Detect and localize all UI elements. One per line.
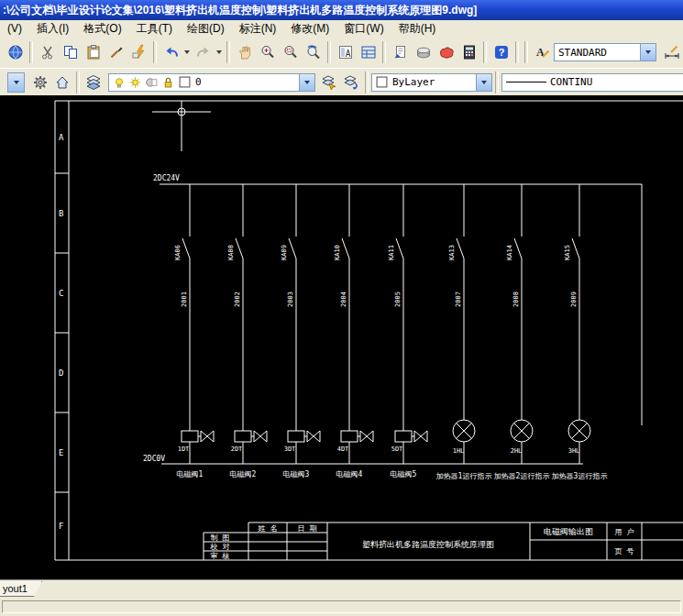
sheetset-icon[interactable] [412,41,435,64]
menu-item-insert[interactable]: 插入(I) [29,20,76,38]
branch-caption: 加热器3运行指示 [552,472,608,480]
block-editor-icon[interactable] [127,41,150,64]
menu-item-draw[interactable]: 绘图(D) [180,20,232,38]
device-label: 2HL [511,447,523,455]
wire-number: 2007 [455,292,462,307]
chevron-down-icon[interactable] [299,74,314,91]
menu-item-tools[interactable]: 工具(T) [129,20,180,38]
pan-icon[interactable] [233,41,256,64]
match-properties-icon[interactable] [105,41,127,64]
paste-icon[interactable] [82,41,105,64]
contact-label: KA09 [281,245,288,260]
valve-symbol [414,431,427,442]
toolbar-separator [524,41,528,63]
titleblock-page-label: 页 号 [615,547,634,556]
chevron-down-icon[interactable] [640,44,655,60]
sun-icon[interactable] [128,75,142,90]
zoom-previous-icon[interactable] [302,41,325,64]
undo-button[interactable] [160,41,182,64]
gear-icon[interactable] [29,72,51,93]
valve-symbol [254,431,267,442]
layout-tab[interactable]: yout1 [0,581,42,597]
toolbar-separator [153,41,157,63]
device-label: 1DT [178,446,190,453]
undo-dropdown-arrow[interactable] [184,50,190,54]
solenoid-coil [235,431,251,442]
menu-item-modify[interactable]: 修改(M) [283,20,336,38]
menu-item-window[interactable]: 窗口(W) [336,20,391,38]
zone-letter: A [59,133,64,142]
menu-item-view-partial[interactable]: (V) [0,21,29,36]
markup-icon[interactable] [435,41,457,64]
contact-blade [182,238,190,258]
wire-number: 2005 [394,292,402,307]
bulb-icon[interactable] [113,75,126,90]
quickcalc-icon[interactable] [457,41,480,64]
drawing-canvas[interactable]: ABCDEF2DC24V2DC0VKA0620011DT电磁阀1KA082002… [0,95,683,579]
toolbar-separator [495,72,499,94]
menu-item-dimension[interactable]: 标注(N) [232,20,284,38]
command-bar[interactable] [0,598,683,616]
text-style-combo[interactable]: STANDARD [554,43,656,61]
redo-button[interactable] [192,41,215,64]
make-object-layer-current-icon[interactable] [318,72,340,93]
house-icon[interactable] [51,72,73,93]
lock-icon[interactable] [161,75,175,90]
sphere-icon[interactable] [4,41,27,64]
linetype-combo[interactable]: CONTINU [501,73,683,92]
wire-number: 2003 [287,292,294,307]
cut-icon[interactable] [36,41,59,64]
layers-icon[interactable] [83,72,105,93]
color-combo[interactable]: ByLayer [371,73,492,92]
zone-letter: B [59,209,63,218]
titleblock-row-label: 审 核 [211,552,230,560]
contact-label: KA08 [227,245,235,260]
titleblock-user-label: 用 户 [615,528,634,536]
valve-symbol [360,431,373,442]
zoom-window-icon[interactable] [279,41,302,64]
wire-number: 2009 [570,292,578,307]
zone-letter: E [59,448,63,457]
properties-icon[interactable] [334,41,357,64]
designcenter-icon[interactable] [357,41,380,64]
menu-item-help[interactable]: 帮助(H) [391,20,444,38]
dim-style-icon[interactable] [660,41,683,64]
text-style-icon[interactable]: A [531,41,554,64]
layer-combo[interactable]: 0 [108,73,315,92]
toolbar-separator [365,72,369,94]
branch-caption: 电磁阀3 [283,470,310,478]
branch-caption: 电磁阀4 [336,470,363,478]
svg-text:?: ? [498,47,504,58]
standard-toolbar: ? A STANDARD STANDARD [0,37,683,68]
branch-caption: 加热器2运行指示 [494,472,550,480]
window-title: :\公司文档\毕业设计论文集\2016\塑料挤出机温度控制\塑料挤出机多路温度控… [0,0,683,20]
contact-label: KA11 [388,245,395,260]
menu-item-format[interactable]: 格式(O) [76,20,128,38]
chevron-down-icon[interactable] [476,74,491,91]
color-value: ByLayer [392,76,435,88]
toolpalettes-icon[interactable] [389,41,412,64]
titleblock-sheet-name: 电磁阀输出图 [544,527,593,536]
device-label: 3HL [568,447,580,455]
help-icon[interactable]: ? [490,41,512,64]
contact-blade [514,238,522,258]
layout-tab-bar: yout1 [0,579,683,599]
toolbar-separator [483,41,487,63]
layer-previous-icon[interactable] [340,72,362,93]
schematic-canvas[interactable]: ABCDEF2DC24V2DC0VKA0620011DT电磁阀1KA082002… [0,95,683,579]
command-input-line[interactable] [2,600,681,613]
device-label: 1HL [453,447,465,455]
device-label: 4DT [337,446,349,453]
contact-blade [342,238,349,258]
layer-color-swatch[interactable] [179,76,191,88]
copy-icon[interactable] [59,41,82,64]
contact-blade [236,238,243,258]
zoom-realtime-icon[interactable] [256,41,279,64]
shade-icon[interactable] [145,75,159,90]
contact-label: KA10 [334,245,341,260]
toolbar-separator [226,41,230,63]
workspace-combo-arrow[interactable] [7,72,25,93]
zone-letter: C [59,289,63,298]
redo-dropdown-arrow[interactable] [216,50,222,54]
text-style-value: STANDARD [558,47,607,59]
